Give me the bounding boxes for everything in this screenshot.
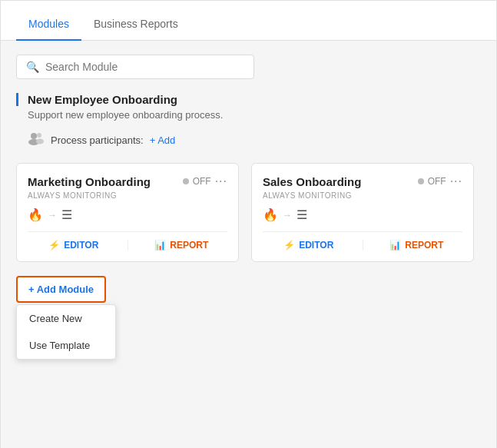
- add-module-button[interactable]: + Add Module: [16, 276, 106, 303]
- arrow-icon-0: →: [48, 210, 57, 221]
- editor-button-1[interactable]: ⚡ EDITOR: [263, 240, 355, 251]
- svg-point-0: [31, 133, 37, 139]
- dropdown-create-new[interactable]: Create New: [17, 305, 115, 332]
- bolt-icon-1: ⚡: [283, 240, 295, 251]
- report-icon-1: 📊: [389, 240, 401, 251]
- add-module-container: + Add Module Create New Use Template: [16, 276, 106, 303]
- card-icons-0: 🔥 → ☰: [28, 207, 227, 222]
- card-menu-0[interactable]: ···: [215, 174, 227, 188]
- fire-icon-1: 🔥: [263, 207, 278, 222]
- dropdown-use-template[interactable]: Use Template: [17, 332, 115, 359]
- card-status-0: OFF ···: [183, 174, 227, 188]
- main-content: 🔍 New Employee Onboarding Support new em…: [1, 41, 496, 448]
- section-header: New Employee Onboarding: [16, 93, 481, 106]
- report-button-0[interactable]: 📊 REPORT: [136, 240, 228, 251]
- tab-modules[interactable]: Modules: [16, 7, 81, 41]
- status-dot-0: [183, 178, 189, 184]
- search-container: 🔍: [16, 55, 254, 79]
- report-button-1[interactable]: 📊 REPORT: [371, 240, 463, 251]
- card-title-0: Marketing Onboarding: [28, 175, 151, 188]
- card-monitoring-0: ALWAYS MONITORING: [28, 191, 227, 200]
- card-menu-1[interactable]: ···: [450, 174, 462, 188]
- card-actions-0: ⚡ EDITOR 📊 REPORT: [28, 231, 227, 251]
- add-participants-link[interactable]: + Add: [150, 134, 176, 146]
- participants-row: Process participants: + Add: [16, 131, 481, 149]
- card-icons-1: 🔥 → ☰: [263, 207, 462, 222]
- status-text-1: OFF: [428, 176, 446, 187]
- list-icon-0: ☰: [61, 207, 72, 222]
- participants-icon: [28, 131, 45, 149]
- search-icon: 🔍: [26, 61, 39, 73]
- list-icon-1: ☰: [297, 207, 307, 222]
- status-text-0: OFF: [193, 176, 211, 187]
- module-card-0: Marketing Onboarding OFF ··· ALWAYS MONI…: [16, 163, 239, 262]
- page-container: Modules Business Reports 🔍 New Employee …: [0, 0, 497, 448]
- bolt-icon-0: ⚡: [48, 240, 60, 251]
- card-actions-1: ⚡ EDITOR 📊 REPORT: [263, 231, 462, 251]
- participants-label: Process participants:: [51, 134, 144, 146]
- report-icon-0: 📊: [154, 240, 166, 251]
- svg-point-1: [37, 133, 41, 138]
- section-title: New Employee Onboarding: [28, 93, 177, 106]
- add-module-dropdown: Create New Use Template: [16, 304, 116, 360]
- status-dot-1: [418, 178, 424, 184]
- cards-row: Marketing Onboarding OFF ··· ALWAYS MONI…: [16, 163, 481, 262]
- section-description: Support new employee onboarding process.: [16, 109, 481, 121]
- module-card-1: Sales Onboarding OFF ··· ALWAYS MONITORI…: [251, 163, 474, 262]
- tabs-bar: Modules Business Reports: [1, 1, 496, 41]
- card-monitoring-1: ALWAYS MONITORING: [263, 191, 462, 200]
- search-input[interactable]: [45, 61, 244, 73]
- arrow-icon-1: →: [283, 210, 292, 221]
- card-header-1: Sales Onboarding OFF ···: [263, 174, 462, 188]
- fire-icon-0: 🔥: [28, 207, 43, 222]
- card-title-1: Sales Onboarding: [263, 175, 361, 188]
- card-status-1: OFF ···: [418, 174, 462, 188]
- card-header-0: Marketing Onboarding OFF ···: [28, 174, 227, 188]
- editor-button-0[interactable]: ⚡ EDITOR: [28, 240, 120, 251]
- tab-business-reports[interactable]: Business Reports: [81, 7, 191, 41]
- action-divider-1: [363, 240, 363, 251]
- svg-point-3: [36, 139, 44, 144]
- action-divider-0: [128, 240, 128, 251]
